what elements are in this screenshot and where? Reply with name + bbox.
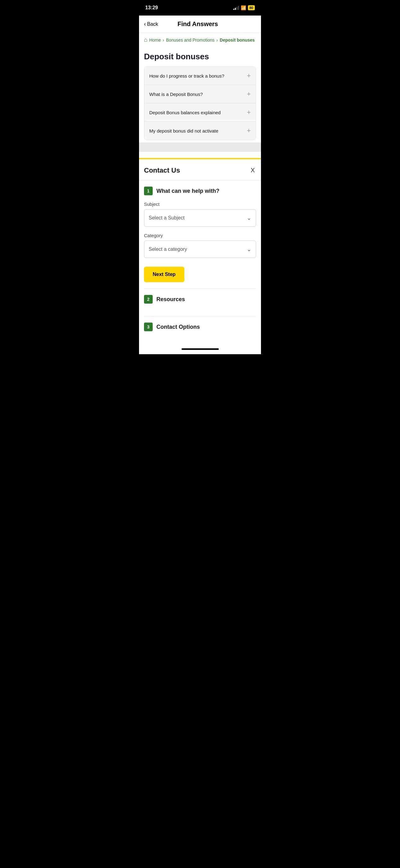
expand-icon-4: +	[247, 127, 251, 134]
status-icons: 📶 80	[233, 5, 255, 10]
step-1-header: 1 What can we help with?	[144, 187, 256, 195]
breadcrumb: ⌂ Home › Bonuses and Promotions › Deposi…	[139, 33, 261, 47]
subject-field-group: Subject Select a Subject ⌄	[144, 202, 256, 227]
step-2-section: 2 Resources	[139, 289, 261, 316]
expand-icon-3: +	[247, 109, 251, 116]
close-button[interactable]: X	[249, 165, 256, 175]
step-1-label: What can we help with?	[157, 188, 220, 194]
breadcrumb-deposit[interactable]: Deposit bonuses	[220, 37, 255, 42]
faq-text-2: What is a Deposit Bonus?	[149, 92, 247, 97]
gray-section	[139, 143, 261, 152]
category-placeholder: Select a category	[148, 247, 187, 252]
faq-item-3[interactable]: Deposit Bonus balances explained +	[144, 103, 256, 122]
status-bar: 13:29 📶 80	[139, 0, 261, 16]
step-2-badge: 2	[144, 295, 153, 304]
contact-header: Contact Us X	[139, 159, 261, 180]
faq-text-3: Deposit Bonus balances explained	[149, 110, 247, 115]
step-3-badge: 3	[144, 322, 153, 331]
home-indicator	[139, 344, 261, 354]
contact-title: Contact Us	[144, 166, 180, 175]
category-dropdown-arrow: ⌄	[247, 246, 252, 253]
breadcrumb-bonuses[interactable]: Bonuses and Promotions	[166, 37, 214, 42]
faq-text-4: My deposit bonus did not activate	[149, 128, 247, 133]
step-2-label: Resources	[157, 296, 185, 303]
faq-item-4[interactable]: My deposit bonus did not activate +	[144, 122, 256, 140]
back-chevron-icon: ‹	[144, 21, 146, 27]
category-dropdown[interactable]: Select a category ⌄	[144, 241, 256, 258]
subject-placeholder: Select a Subject	[148, 215, 185, 221]
step-1-section: 1 What can we help with? Subject Select …	[139, 180, 261, 288]
page-nav-title: Find Answers	[158, 21, 237, 28]
home-icon[interactable]: ⌂	[144, 37, 147, 43]
expand-icon-2: +	[247, 91, 251, 97]
battery-badge: 80	[248, 5, 255, 10]
category-field-group: Category Select a category ⌄	[144, 233, 256, 258]
step-3-header: 3 Contact Options	[144, 322, 256, 331]
faq-text-1: How do I progress or track a bonus?	[149, 73, 247, 79]
next-step-button[interactable]: Next Step	[144, 267, 184, 282]
page-title: Deposit bonuses	[139, 47, 261, 64]
step-2-header: 2 Resources	[144, 295, 256, 304]
back-button[interactable]: ‹ Back	[144, 21, 158, 27]
contact-us-section: Contact Us X 1 What can we help with? Su…	[139, 159, 261, 344]
subject-label: Subject	[144, 202, 256, 207]
faq-list: How do I progress or track a bonus? + Wh…	[144, 66, 256, 140]
faq-item-1[interactable]: How do I progress or track a bonus? +	[144, 67, 256, 85]
breadcrumb-sep-1: ›	[163, 37, 164, 42]
step-1-badge: 1	[144, 187, 153, 195]
home-bar	[181, 348, 219, 350]
signal-icon	[233, 6, 239, 10]
step-3-label: Contact Options	[157, 324, 200, 330]
status-time: 13:29	[145, 5, 158, 10]
subject-dropdown[interactable]: Select a Subject ⌄	[144, 209, 256, 227]
nav-header: ‹ Back Find Answers	[139, 16, 261, 33]
step-3-section: 3 Contact Options	[139, 316, 261, 344]
breadcrumb-home[interactable]: Home	[149, 37, 161, 42]
faq-item-2[interactable]: What is a Deposit Bonus? +	[144, 85, 256, 103]
subject-dropdown-arrow: ⌄	[247, 215, 252, 221]
wifi-icon: 📶	[241, 5, 246, 10]
category-label: Category	[144, 233, 256, 238]
breadcrumb-sep-2: ›	[216, 37, 218, 42]
expand-icon-1: +	[247, 72, 251, 79]
back-label: Back	[147, 22, 158, 27]
